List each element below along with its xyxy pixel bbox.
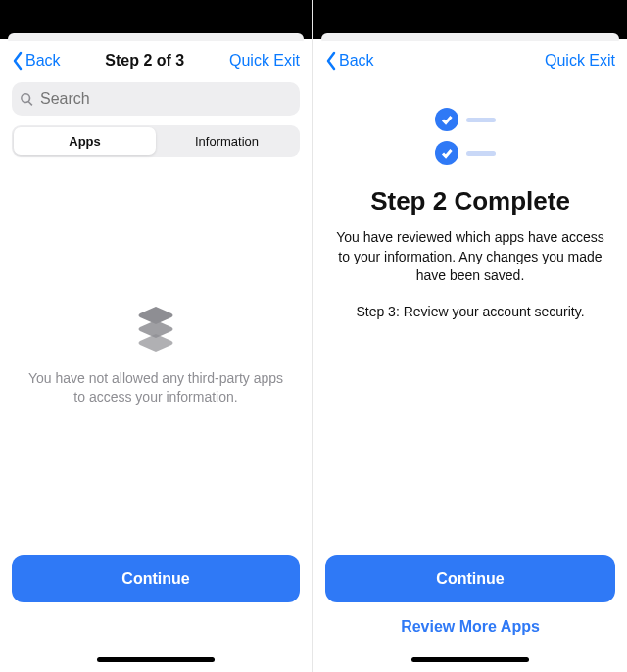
- search-input[interactable]: [40, 90, 292, 108]
- navigation-bar: Back Quick Exit: [325, 41, 615, 80]
- checkmark-circle-icon: [435, 108, 458, 131]
- segment-information[interactable]: Information: [156, 127, 298, 155]
- review-more-apps-button[interactable]: Review More Apps: [325, 608, 615, 646]
- screen-step2-apps-list: Back Step 2 of 3 Quick Exit Apps Informa…: [0, 0, 314, 672]
- content-spacer: [325, 319, 615, 555]
- search-field[interactable]: [12, 82, 300, 116]
- home-indicator[interactable]: [97, 657, 215, 662]
- quick-exit-button[interactable]: Quick Exit: [229, 52, 300, 70]
- apps-stack-icon: [130, 307, 181, 356]
- back-button[interactable]: Back: [12, 51, 61, 71]
- quick-exit-button[interactable]: Quick Exit: [545, 52, 615, 70]
- home-indicator[interactable]: [411, 657, 529, 662]
- back-button[interactable]: Back: [325, 51, 374, 71]
- empty-state: You have not allowed any third-party app…: [12, 157, 300, 555]
- bottom-actions: Continue Review More Apps: [325, 555, 615, 672]
- completion-body: You have reviewed which apps have access…: [325, 228, 615, 286]
- back-label: Back: [25, 52, 61, 70]
- bottom-spacer: [12, 608, 300, 646]
- continue-button[interactable]: Continue: [325, 555, 615, 602]
- bottom-actions: Continue: [12, 555, 300, 672]
- page-title: Step 2 of 3: [105, 52, 184, 70]
- screen-step2-complete: Back Quick Exit Step 2 Complete You have…: [314, 0, 627, 672]
- sheet-content: Back Quick Exit Step 2 Complete You have…: [314, 41, 627, 672]
- sheet-content: Back Step 2 of 3 Quick Exit Apps Informa…: [0, 41, 312, 672]
- progress-line-icon: [466, 151, 496, 156]
- checkmark-circle-icon: [435, 141, 458, 165]
- progress-line-icon: [466, 118, 496, 122]
- check-item-2: [435, 141, 496, 165]
- back-label: Back: [339, 52, 374, 70]
- segmented-control: Apps Information: [12, 125, 300, 157]
- search-icon: [20, 92, 34, 107]
- progress-checklist-icon: [435, 108, 506, 165]
- check-item-1: [435, 108, 496, 131]
- completion-title: Step 2 Complete: [325, 186, 615, 216]
- chevron-left-icon: [12, 51, 24, 71]
- next-step-text: Step 3: Review your account security.: [325, 304, 615, 319]
- segment-apps[interactable]: Apps: [14, 127, 156, 155]
- navigation-bar: Back Step 2 of 3 Quick Exit: [12, 41, 300, 80]
- empty-state-message: You have not allowed any third-party app…: [22, 369, 290, 407]
- continue-button[interactable]: Continue: [12, 555, 300, 602]
- chevron-left-icon: [325, 51, 337, 71]
